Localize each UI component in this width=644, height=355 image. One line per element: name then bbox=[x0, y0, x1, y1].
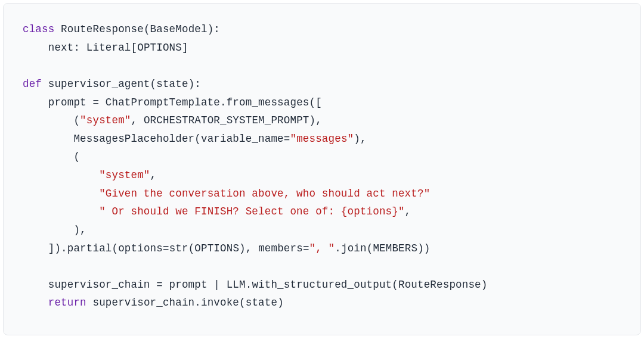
identifier-options: OPTIONS bbox=[194, 242, 239, 254]
indent bbox=[23, 188, 99, 200]
code-block: class RouteResponse(BaseModel): next: Li… bbox=[3, 3, 641, 335]
code-line-9: "system", bbox=[23, 166, 621, 185]
pipe-operator: | bbox=[208, 279, 227, 291]
keyword-return: return bbox=[48, 297, 86, 309]
var-supervisor-chain: supervisor_chain bbox=[48, 279, 150, 291]
comma: , bbox=[405, 205, 411, 217]
string-finish: " Or should we FINISH? Select one of: {o… bbox=[99, 205, 404, 217]
kwarg-options: options bbox=[118, 242, 163, 254]
comma: , bbox=[150, 169, 157, 181]
paren-open: ( bbox=[239, 297, 246, 309]
indent bbox=[23, 151, 73, 163]
paren-open: ( bbox=[367, 242, 373, 254]
code-line-7: MessagesPlaceholder(variable_name="messa… bbox=[23, 130, 621, 148]
paren-open: ( bbox=[392, 279, 398, 291]
comma: , bbox=[246, 242, 258, 254]
indent bbox=[23, 279, 48, 291]
keyword-next: next bbox=[48, 42, 74, 54]
paren-close-comma: ), bbox=[309, 114, 322, 126]
method-invoke: invoke bbox=[201, 297, 239, 309]
paren-close-colon: ): bbox=[188, 78, 201, 90]
paren-close: ) bbox=[239, 242, 246, 254]
method-from-messages: from_messages bbox=[227, 96, 309, 108]
builtin-str: str bbox=[169, 242, 188, 254]
indent bbox=[23, 242, 48, 254]
string-system-2: "system" bbox=[99, 169, 150, 181]
kwarg-members: members bbox=[258, 242, 303, 254]
dot: . bbox=[246, 279, 252, 291]
paren-bracket-open: ([ bbox=[309, 96, 322, 108]
indent bbox=[23, 224, 73, 236]
arg-state: state bbox=[246, 297, 277, 309]
identifier-orchestrator: ORCHESTRATOR_SYSTEM_PROMPT bbox=[144, 114, 309, 126]
string-comma-space: ", " bbox=[309, 242, 335, 254]
assign: = bbox=[150, 279, 169, 291]
string-system: "system" bbox=[80, 114, 131, 126]
paren: ( bbox=[144, 23, 150, 35]
var-prompt: prompt bbox=[169, 279, 208, 291]
method-partial: partial bbox=[67, 242, 112, 254]
code-line-13: ]).partial(options=str(OPTIONS), members… bbox=[23, 239, 621, 258]
code-line-3-blank bbox=[23, 57, 621, 75]
equals: = bbox=[284, 133, 290, 145]
bracket-paren-close-dot: ]). bbox=[48, 242, 67, 254]
paren-close: ): bbox=[208, 23, 220, 35]
dot: . bbox=[220, 96, 227, 108]
dot: . bbox=[335, 242, 341, 254]
equals: = bbox=[303, 242, 309, 254]
paren-close-close: )) bbox=[417, 242, 430, 254]
code-line-12: ), bbox=[23, 221, 621, 239]
code-line-8: ( bbox=[23, 148, 621, 166]
var-supervisor-chain: supervisor_chain bbox=[92, 297, 194, 309]
string-conversation: "Given the conversation above, who shoul… bbox=[99, 188, 430, 200]
var-prompt: prompt bbox=[48, 96, 86, 108]
kwarg-variable-name: variable_name bbox=[201, 133, 284, 145]
colon: : bbox=[73, 42, 86, 54]
type-literal: Literal bbox=[86, 42, 131, 54]
code-line-10: "Given the conversation above, who shoul… bbox=[23, 185, 621, 203]
indent bbox=[23, 297, 48, 309]
assign: = bbox=[86, 96, 106, 108]
class-messagesplaceholder: MessagesPlaceholder bbox=[73, 133, 194, 145]
paren-close-comma: ), bbox=[354, 133, 366, 145]
identifier-llm: LLM bbox=[227, 279, 246, 291]
indent bbox=[23, 133, 73, 145]
indent bbox=[23, 96, 48, 108]
paren-open: ( bbox=[188, 242, 195, 254]
identifier-options: OPTIONS bbox=[137, 42, 182, 54]
bracket-close: ] bbox=[182, 42, 188, 54]
comma: , bbox=[131, 114, 144, 126]
code-line-6: ("system", ORCHESTRATOR_SYSTEM_PROMPT), bbox=[23, 111, 621, 130]
indent bbox=[23, 114, 73, 126]
function-name: supervisor_agent bbox=[48, 78, 150, 90]
keyword-def: def bbox=[23, 78, 42, 90]
dot: . bbox=[194, 297, 201, 309]
param-state: state bbox=[156, 78, 188, 90]
code-line-15: supervisor_chain = prompt | LLM.with_str… bbox=[23, 276, 621, 294]
arg-routeresponse: RouteResponse bbox=[398, 279, 481, 291]
paren-open: ( bbox=[150, 78, 157, 90]
code-line-4: def supervisor_agent(state): bbox=[23, 75, 621, 94]
paren-close: ) bbox=[481, 279, 488, 291]
code-line-2: next: Literal[OPTIONS] bbox=[23, 39, 621, 57]
code-line-1: class RouteResponse(BaseModel): bbox=[23, 20, 621, 39]
space bbox=[86, 297, 93, 309]
string-messages: "messages" bbox=[290, 133, 354, 145]
paren-open: ( bbox=[73, 151, 80, 163]
code-line-14-blank bbox=[23, 257, 621, 276]
class-chatprompttemplate: ChatPromptTemplate bbox=[106, 96, 220, 108]
paren-close: ) bbox=[277, 297, 284, 309]
paren-open: ( bbox=[73, 114, 80, 126]
bracket-open: [ bbox=[131, 42, 138, 54]
indent bbox=[23, 205, 99, 217]
base-class: BaseModel bbox=[150, 23, 208, 35]
indent bbox=[23, 169, 99, 181]
code-line-16: return supervisor_chain.invoke(state) bbox=[23, 294, 621, 312]
code-line-11: " Or should we FINISH? Select one of: {o… bbox=[23, 203, 621, 221]
keyword-class: class bbox=[23, 23, 54, 35]
paren-close-comma: ), bbox=[73, 224, 86, 236]
class-name: RouteResponse bbox=[61, 23, 144, 35]
indent bbox=[23, 42, 48, 54]
paren-open: ( bbox=[112, 242, 119, 254]
method-join: join bbox=[341, 242, 367, 254]
